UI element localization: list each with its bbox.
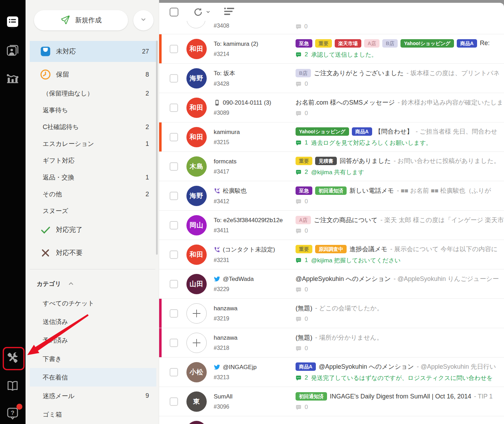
ticket-checkbox[interactable] [170,45,178,53]
label-badge: 商品A [352,127,372,136]
ticket-checkbox[interactable] [170,309,178,318]
sidebar-item[interactable]: 保留 8 [30,64,156,85]
ticket-checkbox[interactable] [170,192,178,200]
ticket-subject: 進捗会議メモ [349,245,388,253]
subject-line: 初回通知済 INGAGE's Daily Digest from SumAll … [296,392,504,401]
ticket-content: (無題) - 場所が分かりません。 0 [290,333,504,352]
ticket-content: A店 ご注文の商品について - 楽天 太郎 様この度は「インゲージ 楽天市 0 [290,216,504,234]
analytics-icon[interactable] [6,71,20,85]
sidebar-item[interactable]: 不在着信 [30,368,156,387]
ticket-row[interactable]: 山田 @TedWada #3229 [159,269,504,299]
comment-count: 0 [305,198,308,205]
comment-count: 1 [305,139,308,146]
ticket-number: #3417 [214,169,290,175]
label-badge: Yahoo!ショッピング [296,127,349,136]
refresh-button[interactable] [193,7,211,17]
compose-label: 新規作成 [75,16,102,25]
sidebar-item[interactable]: 対応不要 [30,242,156,263]
sidebar-scrollbar[interactable] [156,41,158,255]
sidebar-item[interactable]: エスカレーション 1 [30,135,156,152]
ticket-list-panel: #3408 0 和田 [159,3,504,424]
ticket-row[interactable]: 小松 @INGAGEjp #3213 [159,358,504,387]
ticket-subject: Re: [480,40,490,47]
ticket-number: #3428 [214,81,290,87]
ticket-checkbox[interactable] [170,368,178,376]
ticket-row[interactable]: 和田 (コンタクト未設定) #3231 [159,240,504,269]
sidebar-item[interactable]: 未対応 27 [30,41,156,62]
ticket-row[interactable]: 木島 formcats #3417 重 [159,152,504,181]
sidebar-item[interactable]: ゴミ箱 [30,405,156,424]
label-badge: A店 [296,216,311,224]
ticket-checkbox[interactable] [170,221,178,229]
sidebar-item[interactable]: カテゴリ [30,274,156,294]
sort-list-icon[interactable] [224,7,235,17]
contacts-icon[interactable] [6,43,20,57]
sidebar-item[interactable]: 予約済み [30,331,156,349]
sender-line: To: kamimura (2) [214,41,290,48]
ticket-sender-block: hanzawa #3219 [214,305,290,322]
sidebar-item[interactable]: その他 2 [30,186,156,203]
ticket-checkbox[interactable] [170,250,178,259]
label-badge: 楽天市場 [335,39,361,48]
sidebar-item[interactable] [30,269,155,269]
ticket-row[interactable]: 岡山 To: e2e53f3844029f2b12e #3411 [159,211,504,240]
sender-line: formcats [214,158,290,165]
ticket-row[interactable]: 和田 kamimura #3215 Y [159,122,504,152]
label-badge: 重要 [296,157,312,165]
sidebar-item[interactable]: 下書き [30,349,156,368]
compose-button[interactable]: 新規作成 [34,10,128,30]
ticket-row-partial[interactable] [159,416,504,424]
comment-line: 2 @kijima 共有します [296,168,504,176]
avatar: 山田 [186,274,207,294]
twitter-icon [214,364,220,370]
help-icon[interactable]: ? [6,406,20,420]
comment-count: 0 [305,286,308,293]
label-badge: B店 [382,39,398,48]
sender-line: To: 坂本 [214,69,290,77]
sender-name: (コンタクト未設定) [223,246,275,254]
sidebar-item[interactable]: （保留理由なし） 2 [30,85,156,102]
ticket-row[interactable]: hanzawa #3218 (無題) - 場所が分かりません。 [159,328,504,358]
sidebar-item[interactable]: スヌーズ [30,203,156,219]
sidebar-item[interactable]: ギフト対応 [30,152,156,169]
ticket-checkbox[interactable] [170,280,178,288]
comment-line: 0 [296,345,504,352]
sidebar-item[interactable]: 迷惑メール 9 [30,387,156,405]
avatar: 東 [186,391,207,412]
ticket-checkbox[interactable] [170,339,178,347]
tools-icon[interactable] [6,351,20,365]
ticket-row[interactable]: 和田 To: kamimura (2) #3214 [159,34,504,64]
chevron-up-icon [68,280,74,287]
ticket-subject: 新しい電話メモ [349,186,394,195]
ticket-row[interactable]: 海野 To: 坂本 #3428 B店 [159,64,504,93]
sidebar-item[interactable]: 返品・交換 1 [30,169,156,186]
sidebar-item[interactable]: すべてのチケット [30,294,156,312]
ticket-checkbox[interactable] [170,162,178,171]
ticket-row[interactable]: 和田 090-2014-0111 (3) #3089 [159,93,504,122]
ticket-row[interactable]: 東 SumAll #3096 初回通知 [159,387,504,416]
ticket-checkbox[interactable] [170,104,178,112]
incoming-call-icon [214,246,220,253]
ticket-checkbox[interactable] [170,74,178,83]
tickets-icon[interactable] [6,15,20,29]
sidebar-item[interactable]: 送信済み [30,312,156,331]
ticket-checkbox[interactable] [170,397,178,406]
guide-book-icon[interactable] [6,379,20,393]
compose-dropdown-button[interactable] [133,10,154,30]
ticket-row-partial[interactable]: #3408 0 [159,21,504,34]
sidebar-item[interactable]: 返事待ち [30,102,156,119]
comment-count: 1 [305,257,308,264]
select-all-checkbox[interactable] [170,8,178,16]
comment-bubble-icon [296,169,301,175]
sidebar-item[interactable]: C社確認待ち 2 [30,119,156,135]
ticket-checkbox[interactable] [170,133,178,141]
ticket-subject: @AppleSyokuhin へのメンション [319,362,414,371]
sidebar-item[interactable]: 対応完了 [30,219,156,240]
ticket-row[interactable]: hanzawa #3219 (無題) - どこの会場でしたか。 [159,299,504,328]
comment-bubble-icon [296,404,301,410]
ticket-preview: - 坂本様この度は、プリントパネ [406,69,500,77]
comment-text: @kijima 共有します [311,168,364,176]
sender-line: kamimura [214,129,290,136]
add-contact-icon [191,338,202,348]
ticket-row[interactable]: 海野 松廣駿也 #3412 [159,181,504,211]
